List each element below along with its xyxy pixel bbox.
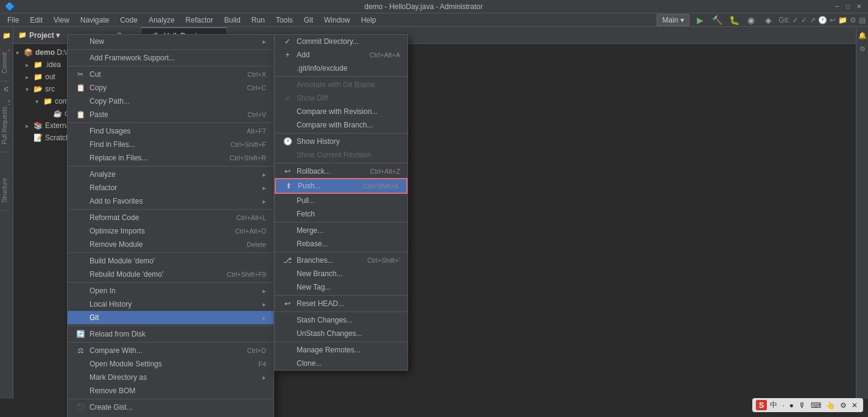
gsm-rollback-shortcut: Ctrl+Alt+Z <box>370 168 400 175</box>
ime-keyboard-icon[interactable]: ⌨ <box>809 401 823 410</box>
cm-compare-with[interactable]: ⚖ Compare With... Ctrl+D <box>68 344 273 357</box>
ime-dot2[interactable]: ● <box>788 401 796 410</box>
gsm-compare-branch[interactable]: Compare with Branch... <box>275 118 408 132</box>
gsm-sep4 <box>275 222 408 223</box>
cm-cut-label: Cut <box>90 70 238 79</box>
vert-label-structure[interactable]: Structure <box>0 171 9 211</box>
gsm-fetch-label: Fetch <box>297 210 400 218</box>
minimize-button[interactable]: ─ <box>833 2 841 11</box>
cm-create-gist[interactable]: ⚫ Create Gist... <box>68 401 273 414</box>
gsm-new-branch[interactable]: New Branch... <box>275 267 408 280</box>
gsm-commit-dir[interactable]: ✓ Commit Directory... <box>275 35 408 48</box>
run-button[interactable]: ▶ <box>693 13 707 27</box>
gsm-add[interactable]: + Add Ctrl+Alt+A <box>275 48 408 62</box>
menu-tools[interactable]: Tools <box>271 15 298 26</box>
project-icon[interactable]: 📁 <box>1 29 13 41</box>
cm-find-usages[interactable]: Find Usages Alt+F7 <box>68 124 273 138</box>
gsm-push[interactable]: ⬆ Push... Ctrl+Shift+K <box>275 178 408 194</box>
vert-label-commit[interactable]: Commit <box>0 45 9 81</box>
gsm-compare-revision[interactable]: Compare with Revision... <box>275 105 408 118</box>
menu-run[interactable]: Run <box>247 15 270 26</box>
menu-window[interactable]: Window <box>319 15 355 26</box>
cm-mark-dir-as[interactable]: Mark Directory as ▸ <box>68 371 273 384</box>
gsm-reset-head[interactable]: ↩ Reset HEAD... <box>275 297 408 310</box>
cm-optimize-imports[interactable]: Optimize Imports Ctrl+Alt+O <box>68 224 273 238</box>
gsm-sep2 <box>275 133 408 134</box>
branch-selector[interactable]: Main ▾ <box>657 14 690 26</box>
cm-convert-kotlin[interactable]: Convert Java File to Kotlin File Ctrl+Al… <box>68 414 273 417</box>
gsm-show-history[interactable]: 🕐 Show History <box>275 135 408 148</box>
gsm-branches[interactable]: ⎇ Branches... Ctrl+Shift+' <box>275 254 408 267</box>
cm-add-to-fav-label: Add to Favorites <box>90 197 258 205</box>
gsm-merge[interactable]: Merge... <box>275 224 408 237</box>
gsm-rebase[interactable]: Rebase... <box>275 237 408 251</box>
cm-replace-in-files[interactable]: Replace in Files... Ctrl+Shift+R <box>68 151 273 165</box>
cm-cut-icon: ✂ <box>75 70 86 79</box>
ime-s-button[interactable]: S <box>756 400 767 410</box>
cm-refactor[interactable]: Refactor ▸ <box>68 181 273 194</box>
cm-new[interactable]: New ▸ <box>68 35 273 48</box>
gsm-show-current-revision-label: Show Current Revision <box>297 151 400 159</box>
gsm-manage-remotes[interactable]: Manage Remotes... <box>275 343 408 357</box>
cm-add-to-fav[interactable]: Add to Favorites ▸ <box>68 194 273 208</box>
gsm-rollback[interactable]: ↩ Rollback... Ctrl+Alt+Z <box>275 165 408 178</box>
coverage-button[interactable]: ◉ <box>744 13 758 27</box>
gsm-pull[interactable]: Pull... <box>275 194 408 207</box>
git-arrow: ↗ <box>810 16 816 24</box>
gsm-clone[interactable]: Clone... <box>275 357 408 370</box>
cm-reformat-code[interactable]: Reformat Code Ctrl+Alt+L <box>68 211 273 224</box>
branch-dropdown-icon: ▾ <box>680 16 684 24</box>
cm-open-module-settings[interactable]: Open Module Settings F4 <box>68 357 273 371</box>
menu-file[interactable]: File <box>2 15 24 26</box>
menu-view[interactable]: View <box>49 15 74 26</box>
menu-code[interactable]: Code <box>115 15 143 26</box>
menu-git[interactable]: Git <box>299 15 318 26</box>
gsm-fetch[interactable]: Fetch <box>275 207 408 221</box>
ime-mic-icon[interactable]: 🎙 <box>797 401 808 410</box>
profile-button[interactable]: ◈ <box>761 13 775 27</box>
cm-local-history[interactable]: Local History ▸ <box>68 298 273 311</box>
settings-right-icon[interactable]: ⚙ <box>856 43 869 55</box>
ime-dot1[interactable]: · <box>780 401 786 410</box>
cm-open-in[interactable]: Open In ▸ <box>68 284 273 298</box>
cm-find-in-files[interactable]: Find in Files... Ctrl+Shift+F <box>68 138 273 151</box>
ime-settings-icon[interactable]: ⚙ <box>838 401 849 410</box>
git-status: Git: ✓ ✓ ↗ 🕐 ↩ 📁 ⚙ ▤ <box>778 16 866 24</box>
cm-build-module[interactable]: Build Module 'demo' <box>68 254 273 268</box>
gsm-stash[interactable]: Stash Changes... <box>275 313 408 327</box>
ime-hand-icon[interactable]: 👆 <box>824 401 837 410</box>
gsm-new-tag[interactable]: New Tag... <box>275 280 408 294</box>
cm-sep4 <box>68 252 273 253</box>
cm-copy-path[interactable]: Copy Path... <box>68 94 273 108</box>
ime-close-icon[interactable]: ✕ <box>850 401 859 410</box>
vert-label-pullrequests[interactable]: Pull Requests <box>0 99 9 152</box>
menu-help[interactable]: Help <box>356 15 381 26</box>
menu-refactor[interactable]: Refactor <box>181 15 218 26</box>
cm-refactor-arrow: ▸ <box>263 184 266 192</box>
cm-analyze[interactable]: Analyze ▸ <box>68 168 273 181</box>
cm-rebuild-module[interactable]: Rebuild Module 'demo' Ctrl+Shift+F9 <box>68 268 273 281</box>
menu-build[interactable]: Build <box>219 15 245 26</box>
cm-remove-module[interactable]: Remove Module Delete <box>68 238 273 251</box>
menu-edit[interactable]: Edit <box>25 15 48 26</box>
ime-zh-button[interactable]: 中 <box>768 399 779 411</box>
right-icon-strip: 🔔 ⚙ <box>856 27 868 399</box>
cm-cut[interactable]: ✂ Cut Ctrl+X <box>68 68 273 81</box>
cm-remove-bom[interactable]: Remove BOM <box>68 384 273 397</box>
notifications-icon[interactable]: 🔔 <box>856 29 869 41</box>
cm-paste[interactable]: 📋 Paste Ctrl+V <box>68 108 273 121</box>
out-arrow: ▸ <box>26 74 33 80</box>
cm-git-item[interactable]: Git ▸ <box>68 311 273 324</box>
cm-reload-from-disk[interactable]: 🔄 Reload from Disk <box>68 327 273 341</box>
gsm-unstash[interactable]: UnStash Changes... <box>275 327 408 340</box>
menu-analyze[interactable]: Analyze <box>144 15 180 26</box>
cm-add-fw[interactable]: Add Framework Support... <box>68 51 273 65</box>
cm-copy[interactable]: 📋 Copy Ctrl+C <box>68 81 273 94</box>
gsm-git-exclude[interactable]: .git/info/exclude <box>275 62 408 75</box>
maximize-button[interactable]: □ <box>844 2 852 11</box>
debug-button[interactable]: 🐛 <box>727 13 741 27</box>
build-button[interactable]: 🔨 <box>710 13 724 27</box>
menu-navigate[interactable]: Navigate <box>76 15 114 26</box>
close-button[interactable]: ✕ <box>855 2 863 11</box>
gsm-stash-label: Stash Changes... <box>297 316 400 324</box>
